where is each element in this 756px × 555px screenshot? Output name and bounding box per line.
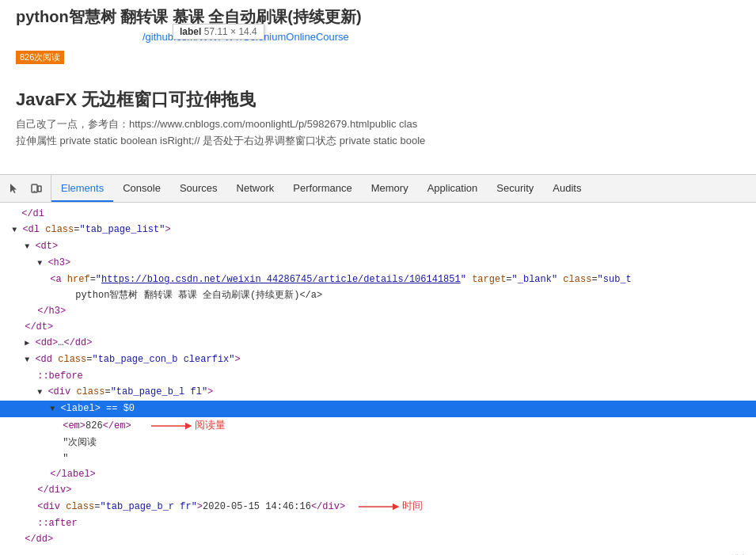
tab-security[interactable]: Security — [487, 175, 543, 202]
expand-icon-12[interactable] — [37, 388, 42, 397]
device-icon[interactable] — [28, 181, 44, 196]
devtools-tabs-bar: Elements Console Sources Network Perform… — [0, 174, 756, 203]
page-content-section: python智慧树 翻转课 慕课 全自动刷课(持续更新) label 57.11… — [0, 0, 756, 174]
tab-sources[interactable]: Sources — [170, 175, 227, 202]
dom-line-17[interactable]: </label> — [0, 466, 756, 482]
tab-network[interactable]: Network — [227, 175, 284, 202]
expand-icon-2[interactable] — [12, 226, 17, 234]
expand-icon-3[interactable] — [25, 242, 29, 251]
dom-line-16[interactable]: " — [0, 450, 756, 466]
dom-line-9[interactable]: <dd>…</dd> — [0, 335, 756, 352]
first-article-title: python智慧树 翻转课 慕课 全自动刷课(持续更新) — [16, 6, 740, 28]
time-annotation: 时间 — [355, 499, 423, 515]
label-tooltip: label 57.11 × 14.4 — [173, 24, 264, 40]
article-desc-2: 拉伸属性 private static boolean isRight;// 是… — [16, 133, 740, 150]
tab-console[interactable]: Console — [113, 175, 170, 202]
dom-line-15[interactable]: "次阅读 — [0, 435, 756, 450]
dom-line-6[interactable]: python智慧树 翻转课 慕课 全自动刷课(持续更新)</a> — [0, 287, 756, 303]
inspect-icon[interactable] — [6, 181, 22, 196]
dom-line-11[interactable]: ::before — [0, 368, 756, 384]
expand-icon-13[interactable] — [50, 405, 55, 413]
dom-line-3[interactable]: <dt> — [0, 238, 756, 255]
svg-rect-1 — [38, 186, 41, 192]
devtools-panel: Elements Console Sources Network Perform… — [0, 174, 756, 555]
dom-line-19[interactable]: <div class="tab_page_b_r fr">2020-05-15 … — [0, 498, 756, 515]
dom-line-1[interactable]: </di — [0, 206, 756, 222]
read-count-badge: 826次阅读 — [16, 51, 64, 64]
expand-icon-10[interactable] — [25, 355, 29, 364]
dom-line-18[interactable]: </div> — [0, 482, 756, 498]
read-count-label: 阅读量 — [195, 419, 226, 433]
dom-line-20[interactable]: ::after — [0, 515, 756, 531]
time-arrow-icon — [355, 499, 402, 515]
read-badge-container: 826次阅读 — [16, 48, 740, 64]
dom-line-21[interactable]: </dd> — [0, 531, 756, 547]
tab-memory[interactable]: Memory — [362, 175, 418, 202]
devtools-icon-buttons — [0, 175, 51, 202]
tab-elements[interactable]: Elements — [51, 175, 113, 202]
dom-line-12[interactable]: <div class="tab_page_b_l fl"> — [0, 384, 756, 401]
dom-line-8[interactable]: </dt> — [0, 319, 756, 335]
dom-line-13[interactable]: <label> == $0 — [0, 401, 756, 417]
watermark: https://blog.csdn.net/@51CTO博客 — [0, 550, 756, 555]
dom-tree: </di <dl class="tab_page_list"> <dt> <h3… — [0, 203, 756, 555]
expand-icon-9[interactable] — [25, 339, 29, 348]
tooltip-size: 57.11 × 14.4 — [204, 26, 257, 37]
tooltip-label-text: label — [180, 26, 201, 37]
dom-line-14[interactable]: <em>826</em> 阅读量 — [0, 417, 756, 435]
tab-application[interactable]: Application — [418, 175, 488, 202]
tab-performance[interactable]: Performance — [283, 175, 361, 202]
tab-audits[interactable]: Audits — [543, 175, 591, 202]
expand-icon-4[interactable] — [37, 259, 42, 268]
dom-line-5[interactable]: <a href="https://blog.csdn.net/weixin_44… — [0, 272, 756, 287]
dom-line-4[interactable]: <h3> — [0, 255, 756, 272]
dom-line-2[interactable]: <dl class="tab_page_list"> — [0, 222, 756, 238]
article-title: JavaFX 无边框窗口可拉伸拖曳 — [16, 88, 740, 112]
arrow-icon — [147, 418, 195, 434]
article-desc-1: 自己改了一点，参考自：https://www.cnblogs.com/moonl… — [16, 116, 740, 133]
dom-line-10[interactable]: <dd class="tab_page_con_b clearfix"> — [0, 352, 756, 368]
read-count-annotation: 阅读量 — [147, 418, 226, 434]
time-label: 时间 — [402, 500, 423, 514]
dom-line-7[interactable]: </h3> — [0, 303, 756, 319]
